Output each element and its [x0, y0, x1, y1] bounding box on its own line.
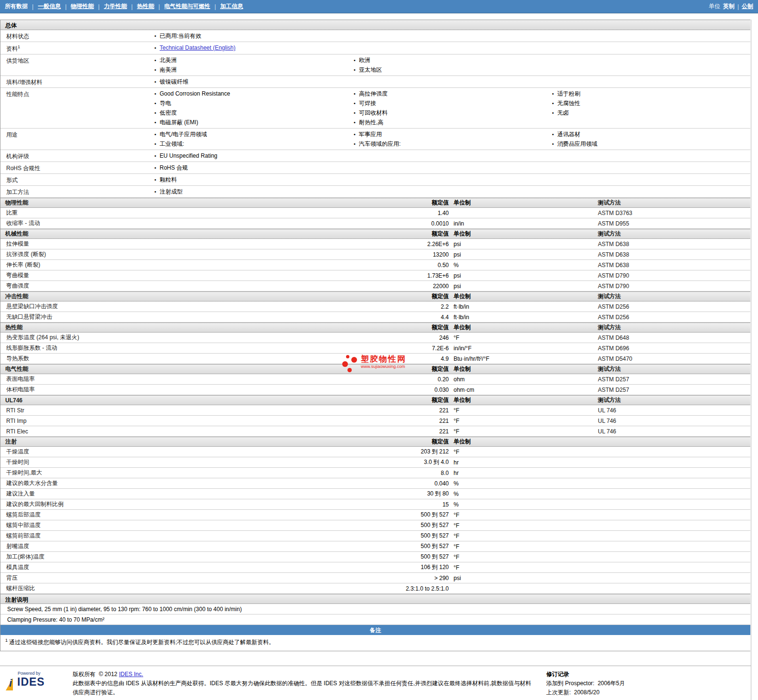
bullet-text: 无腐蚀性: [557, 98, 580, 108]
bullet-icon: •: [353, 65, 359, 75]
bullet-item: •耐热性,高: [353, 118, 551, 127]
bullet-text: 可回收材料: [359, 108, 388, 118]
unit-metric-link[interactable]: 公制: [742, 2, 753, 11]
bullet-text: 镀镍碳纤维: [160, 77, 188, 86]
bullet-icon: •: [551, 129, 557, 139]
general-row: 供货地区•北美洲•南美洲•欧洲•亚太地区: [0, 54, 750, 76]
property-value: 0.030: [383, 387, 449, 393]
copyright-line: 版权所有 © 2012 IDES Inc.: [73, 670, 534, 679]
test-method: UL 746: [598, 428, 750, 435]
disclaimer: 此数据表中的信息由 IDES 从该材料的生产商处获得。IDES 尽最大努力确保此…: [73, 679, 534, 697]
property-value: 500 到 527: [383, 521, 449, 529]
property-unit: °F: [449, 522, 598, 529]
property-row: 建议的最大回制料比例15%: [0, 499, 750, 510]
column-header-value: 额定值: [383, 396, 449, 404]
property-value: 4.4: [383, 314, 449, 321]
bullet-item: •通讯器材: [551, 129, 750, 139]
bullet-item: •电气/电子应用领域: [153, 129, 353, 139]
bullet-text: 消费品应用领域: [557, 139, 597, 149]
test-method: ASTM D790: [598, 272, 750, 279]
property-row: RTI Elec221°FUL 746: [0, 426, 750, 437]
property-row: 干燥时间,最大8.0hr: [0, 468, 750, 478]
nav-separator: |: [65, 3, 66, 10]
property-row: 射嘴温度500 到 527°F: [0, 541, 750, 552]
revision-updated-label: 上次更新:: [546, 689, 571, 696]
bullet-icon: •: [551, 108, 557, 118]
nav-item[interactable]: 物理性能: [71, 2, 94, 11]
bullet-icon: •: [353, 118, 359, 127]
test-method: ASTM D257: [598, 376, 750, 383]
property-name: RTI Imp: [0, 418, 383, 424]
nav-item[interactable]: 力学性能: [104, 2, 127, 11]
bullet-icon: •: [353, 108, 359, 118]
property-name: 建议的最大回制料比例: [0, 500, 383, 508]
revision-title: 修订记录: [546, 670, 625, 679]
bullet-column: •镀镍碳纤维: [153, 77, 353, 86]
property-row: 建议注入量30 到 80%: [0, 489, 750, 499]
property-name: 建议注入量: [0, 490, 383, 498]
column-header-value: 额定值: [383, 292, 449, 301]
nav-item[interactable]: 一般信息: [38, 2, 61, 11]
property-unit: psi: [449, 251, 598, 258]
bullet-item: •消费品应用领域: [551, 139, 750, 149]
column-header-method: 测试方法: [598, 292, 750, 301]
property-row: 干燥温度203 到 212°F: [0, 447, 750, 457]
bullet-item: •镀镍碳纤维: [153, 77, 353, 86]
ides-logo[interactable]: i Powered by IDES: [5, 670, 66, 692]
property-value: 203 到 212: [383, 448, 449, 456]
property-row: 导热系数4.9Btu·in/hr/ft²/°FASTM D5470: [0, 354, 750, 364]
bullet-item: •已商用:当前有效: [153, 31, 353, 41]
datasheet-link[interactable]: Technical Datasheet (English): [160, 43, 236, 53]
property-label: 形式: [0, 175, 153, 184]
ides-logo-i-icon: i: [9, 677, 12, 689]
table-title: UL746: [0, 397, 383, 404]
property-row: 抗张强度 (断裂)13200psiASTM D638: [0, 249, 750, 260]
bullet-icon: •: [353, 55, 359, 65]
ides-logo-text: IDES: [17, 676, 45, 689]
table-section-header: 电气性能额定值单位制测试方法: [0, 364, 750, 374]
property-unit: °F: [449, 564, 598, 571]
ides-inc-link[interactable]: IDES Inc.: [119, 671, 143, 678]
property-row: 螺筒前部温度500 到 527°F: [0, 531, 750, 541]
bullet-column: •Good Corrosion Resistance•导电•低密度•电磁屏蔽 (…: [153, 89, 353, 127]
property-unit: °F: [449, 512, 598, 518]
bullet-icon: •: [153, 139, 160, 149]
property-unit: psi: [449, 241, 598, 248]
bullet-text: 可焊接: [359, 98, 376, 108]
property-value: 15: [383, 501, 449, 508]
bullet-column: •军事应用•汽车领域的应用:: [353, 129, 551, 149]
footnote-text: 通过这些链接您能够访问供应商资料。我们尽量保证及时更新资料;不过您可以从供应商处…: [9, 639, 274, 646]
property-row: 建议的最大水分含量0.040%: [0, 478, 750, 489]
bullet-text: Good Corrosion Resistance: [160, 89, 230, 98]
property-unit: °F: [449, 428, 598, 435]
property-label: 资料1: [0, 43, 153, 53]
property-value: 1.40: [383, 210, 449, 216]
test-method: ASTM D638: [598, 251, 750, 258]
column-header-value: 额定值: [383, 230, 449, 238]
nav-item[interactable]: 所有数据: [5, 2, 28, 11]
property-unit: °F: [449, 418, 598, 424]
property-row: 螺筒中部温度500 到 527°F: [0, 520, 750, 531]
property-value: 3.0 到 4.0: [383, 458, 449, 466]
bullet-item: •可焊接: [353, 98, 551, 108]
nav-item[interactable]: 热性能: [137, 2, 154, 11]
test-method: ASTM D790: [598, 283, 750, 290]
property-row: RTI Str221°FUL 746: [0, 405, 750, 416]
nav-item[interactable]: 加工信息: [220, 2, 243, 11]
footer-text: 版权所有 © 2012 IDES Inc. 此数据表中的信息由 IDES 从该材…: [73, 670, 534, 697]
general-row: 形式•颗粒料: [0, 174, 750, 186]
bullet-icon: •: [551, 139, 557, 149]
property-row: 无缺口悬臂梁冲击4.4ft·lb/inASTM D256: [0, 312, 750, 323]
property-value: 7.2E-6: [383, 345, 449, 352]
property-name: 螺杆压缩比: [0, 584, 383, 592]
bullet-icon: •: [353, 98, 359, 108]
bullet-text: 通讯器材: [557, 129, 580, 139]
revision-added: 添加到 Prospector: 2006年5月: [546, 679, 625, 688]
property-row: 螺筒后部温度500 到 527°F: [0, 510, 750, 520]
section-header-injection-notes: 注射说明: [0, 594, 750, 604]
nav-item[interactable]: 电气性能与可燃性: [164, 2, 210, 11]
property-row: 模具温度106 到 120°F: [0, 562, 750, 573]
column-header-method: 测试方法: [598, 365, 750, 373]
property-value: 500 到 527: [383, 553, 449, 561]
property-value: 500 到 527: [383, 511, 449, 519]
